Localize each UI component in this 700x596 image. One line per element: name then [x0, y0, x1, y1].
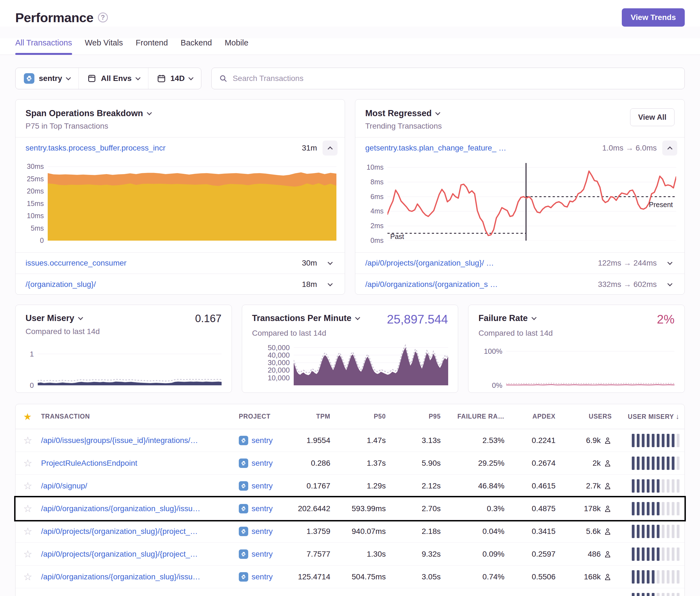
failure-rate-dropdown[interactable]: Failure Rate — [478, 313, 535, 323]
chevron-down-icon — [135, 75, 140, 80]
view-trends-button[interactable]: View Trends — [622, 8, 685, 27]
transaction-link[interactable]: /api/0/organizations/{organization_slug}… — [41, 504, 200, 513]
apdex-cell: 0.2241 — [504, 436, 555, 445]
favorite-star[interactable]: ☆ — [16, 481, 41, 491]
tab-backend[interactable]: Backend — [180, 38, 212, 55]
user-misery-bars — [612, 570, 684, 584]
favorite-star[interactable]: ☆ — [16, 504, 41, 514]
p95-cell: 3.05s — [386, 572, 441, 581]
transaction-link[interactable]: /api/0/projects/{organization_slug}/{pro… — [41, 550, 198, 558]
python-project-icon — [239, 459, 248, 468]
failure-rate-plot — [506, 349, 674, 385]
p95-cell: 9.32s — [386, 550, 441, 559]
span-operations-panel: Span Operations Breakdown P75 in Top Tra… — [15, 99, 345, 295]
failure-rate-cell: 0.04% — [441, 527, 504, 536]
span-op-link[interactable]: sentry.tasks.process_buffer.process_incr — [26, 144, 166, 153]
most-regressed-dropdown[interactable]: Most Regressed — [365, 108, 442, 119]
failure-rate-title: Failure Rate — [478, 313, 527, 323]
project-link[interactable]: sentry — [252, 436, 273, 445]
project-selector[interactable]: sentry — [16, 68, 78, 89]
favorite-star[interactable]: ☆ — [16, 458, 41, 468]
regression-link[interactable]: /api/0/projects/{organization_slug}/ … — [365, 259, 494, 267]
transaction-link[interactable]: /api/0/issues|groups/{issue_id}/integrat… — [41, 436, 198, 445]
column-project[interactable]: PROJECT — [239, 413, 286, 420]
apdex-cell: 0.5506 — [504, 572, 555, 581]
collapse-button[interactable] — [662, 140, 677, 156]
column-user-misery[interactable]: USER MISERY↓ — [612, 412, 684, 421]
span-op-link[interactable]: /{organization_slug}/ — [26, 280, 96, 289]
apdex-cell: 0.2674 — [504, 459, 555, 468]
column-failure-rate[interactable]: FAILURE RA… — [441, 413, 504, 420]
user-misery-bars — [612, 479, 684, 493]
chevron-down-icon — [147, 110, 152, 115]
search-input[interactable] — [233, 74, 677, 83]
metric-cards: User Misery 0.167 Compared to last 14d 1… — [15, 305, 685, 393]
collapse-button[interactable] — [323, 140, 338, 156]
python-project-icon — [239, 527, 248, 536]
expand-button[interactable] — [323, 277, 338, 292]
regression-change: 1.0ms→6.0ms — [602, 144, 662, 153]
project-cell: sentry — [239, 436, 286, 445]
span-operations-title: Span Operations Breakdown — [26, 108, 143, 119]
user-misery-card: User Misery 0.167 Compared to last 14d 1… — [15, 305, 232, 393]
regression-link[interactable]: /api/0/organizations/{organization_s … — [365, 280, 498, 289]
span-op-link[interactable]: issues.occurrence_consumer — [26, 259, 126, 267]
failure-rate-cell: 0.09% — [441, 550, 504, 559]
project-link[interactable]: sentry — [252, 459, 273, 468]
span-operations-dropdown[interactable]: Span Operations Breakdown — [26, 108, 151, 119]
date-range-selector[interactable]: 14D — [148, 68, 201, 89]
help-icon[interactable]: ? — [98, 12, 108, 22]
favorite-star[interactable]: ☆ — [16, 436, 41, 445]
project-selector-label: sentry — [39, 74, 62, 83]
tpm-dropdown[interactable]: Transactions Per Minute — [252, 313, 359, 323]
sort-descending-icon: ↓ — [676, 412, 679, 420]
expand-button[interactable] — [662, 277, 677, 292]
transaction-link[interactable]: /api/0/signup/ — [41, 482, 88, 490]
chevron-down-icon — [531, 315, 536, 320]
project-link[interactable]: sentry — [252, 504, 273, 513]
favorite-star[interactable]: ☆ — [16, 549, 41, 559]
tpm-cell: 7.7577 — [286, 550, 330, 559]
regression-row: /api/0/organizations/{organization_s … 3… — [355, 274, 684, 295]
tab-all-transactions[interactable]: All Transactions — [15, 38, 72, 55]
chevron-down-icon — [188, 75, 193, 80]
column-users[interactable]: USERS — [555, 413, 612, 420]
table-row — [16, 588, 684, 596]
user-misery-dropdown[interactable]: User Misery — [26, 313, 82, 323]
user-misery-bars — [612, 547, 684, 561]
environment-selector[interactable]: All Envs — [78, 68, 148, 89]
column-p50[interactable]: P50 — [330, 413, 386, 420]
transaction-link[interactable]: /api/0/organizations/{organization_slug}… — [41, 572, 200, 581]
transaction-link[interactable]: /api/0/projects/{organization_slug}/{pro… — [41, 527, 198, 536]
tab-mobile[interactable]: Mobile — [225, 38, 248, 55]
user-misery-bars — [612, 525, 684, 538]
favorite-column-star-icon[interactable]: ★ — [16, 412, 41, 421]
column-p95[interactable]: P95 — [386, 413, 441, 420]
project-link[interactable]: sentry — [252, 527, 273, 536]
favorite-star[interactable]: ☆ — [16, 526, 41, 536]
chevron-up-icon — [328, 146, 332, 151]
failure-rate-cell: 0.3% — [441, 504, 504, 513]
user-misery-title: User Misery — [26, 313, 74, 323]
expand-button[interactable] — [662, 256, 677, 270]
expand-button[interactable] — [323, 256, 338, 270]
transaction-link[interactable]: ProjectRuleActionsEndpoint — [41, 459, 137, 467]
tab-frontend[interactable]: Frontend — [135, 38, 168, 55]
tab-web-vitals[interactable]: Web Vitals — [85, 38, 123, 55]
column-transaction[interactable]: TRANSACTION — [41, 413, 239, 420]
arrow-right-icon: → — [621, 280, 633, 289]
project-link[interactable]: sentry — [252, 572, 273, 581]
view-all-button[interactable]: View All — [630, 108, 674, 126]
project-cell: sentry — [239, 572, 286, 581]
past-label: Past — [390, 233, 404, 241]
user-icon — [603, 527, 612, 536]
chevron-down-icon — [328, 260, 332, 265]
project-cell: sentry — [239, 549, 286, 559]
project-link[interactable]: sentry — [252, 550, 273, 559]
column-apdex[interactable]: APDEX — [504, 413, 555, 420]
failure-rate-cell: 29.25% — [441, 459, 504, 468]
column-tpm[interactable]: TPM — [286, 413, 330, 420]
regression-link[interactable]: getsentry.tasks.plan_change_feature_ … — [365, 144, 506, 153]
project-link[interactable]: sentry — [252, 482, 273, 490]
favorite-star[interactable]: ☆ — [16, 572, 41, 582]
